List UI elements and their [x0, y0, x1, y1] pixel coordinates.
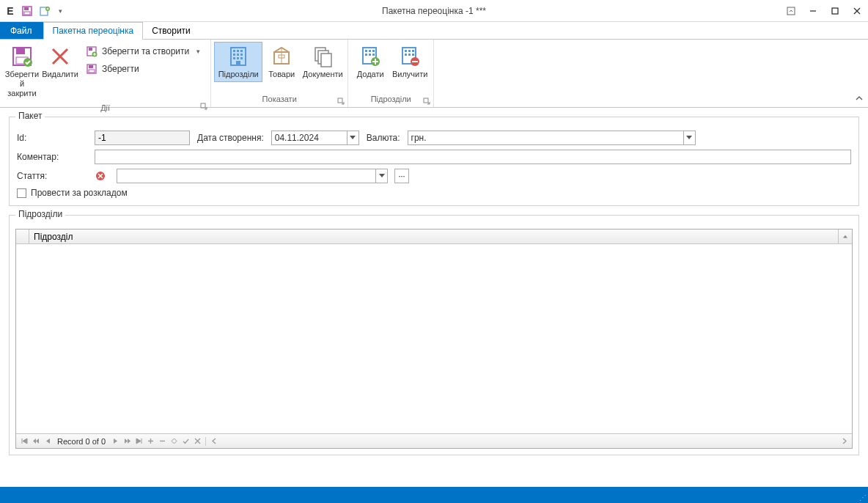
- date-value: 04.11.2024: [272, 133, 347, 143]
- qa-save-new-icon[interactable]: [38, 4, 51, 18]
- titlebar: E ▾ Пакетна переоцінка -1 ***: [0, 0, 868, 22]
- nav-add-button[interactable]: [145, 436, 155, 447]
- documents-button[interactable]: Документи: [301, 42, 345, 82]
- delete-button[interactable]: Видалити: [41, 42, 79, 82]
- grid-col-unit[interactable]: Підрозділ: [29, 230, 839, 243]
- nav-scroll-right-button[interactable]: [839, 436, 849, 447]
- svg-rect-46: [369, 54, 371, 56]
- currency-dropdown-arrow[interactable]: [683, 131, 695, 144]
- packet-fieldset: Пакет Id: Дата створення: 04.11.2024 Вал…: [9, 117, 859, 206]
- svg-rect-20: [89, 65, 93, 68]
- tab-file[interactable]: Файл: [0, 22, 43, 39]
- save-button[interactable]: Зберегти: [81, 61, 206, 77]
- comment-label: Коментар:: [17, 152, 87, 162]
- group-show-launcher[interactable]: [336, 98, 345, 106]
- date-dropdown-arrow[interactable]: [347, 131, 358, 144]
- grid-body[interactable]: [16, 244, 852, 433]
- goods-label: Товари: [268, 70, 295, 79]
- comment-field[interactable]: [95, 150, 851, 164]
- nav-remove-button[interactable]: [157, 436, 167, 447]
- add-unit-button[interactable]: Додати: [351, 42, 389, 82]
- minimize-button[interactable]: [802, 0, 824, 22]
- save-label: Зберегти: [102, 64, 139, 74]
- schedule-checkbox[interactable]: [17, 188, 26, 198]
- grid-header: Підрозділ: [16, 230, 852, 244]
- date-label: Дата створення:: [197, 133, 264, 143]
- currency-field[interactable]: грн.: [408, 131, 696, 145]
- svg-rect-53: [405, 54, 407, 56]
- svg-rect-39: [321, 54, 331, 67]
- status-bar: ⋰: [0, 487, 868, 503]
- building-remove-icon: [398, 45, 422, 68]
- record-indicator: Record 0 of 0: [57, 437, 106, 446]
- svg-rect-57: [424, 98, 428, 103]
- content-area: Пакет Id: Дата створення: 04.11.2024 Вал…: [0, 108, 868, 458]
- close-button[interactable]: [846, 0, 868, 22]
- nav-prev-page-button[interactable]: [31, 436, 41, 447]
- resize-grip-icon[interactable]: ⋰: [859, 493, 867, 502]
- svg-rect-22: [201, 103, 205, 108]
- group-units-launcher[interactable]: [422, 98, 431, 106]
- save-create-button[interactable]: Зберегти та створити ▼: [81, 43, 206, 59]
- svg-rect-51: [408, 50, 411, 52]
- group-show-label: Показати: [211, 95, 347, 107]
- ribbon: Зберегти й закрити Видалити Зберегти та …: [0, 40, 868, 108]
- article-field[interactable]: [117, 169, 388, 183]
- ribbon-options-button[interactable]: [780, 0, 802, 22]
- nav-edit-button[interactable]: [169, 436, 179, 447]
- schedule-label: Провести за розкладом: [31, 188, 128, 198]
- box-icon: [270, 45, 293, 68]
- id-field[interactable]: [95, 131, 190, 145]
- units-fieldset: Підрозділи Підрозділ Record 0 of 0: [9, 215, 859, 455]
- grid-scroll-header: [839, 230, 852, 243]
- svg-rect-7: [832, 8, 838, 14]
- nav-prev-button[interactable]: [43, 436, 53, 447]
- article-dropdown-arrow[interactable]: [375, 169, 387, 183]
- maximize-button[interactable]: [824, 0, 846, 22]
- svg-rect-26: [240, 50, 243, 52]
- qa-customize-dropdown[interactable]: ▾: [56, 7, 65, 15]
- dropdown-caret-icon: ▼: [195, 48, 201, 55]
- nav-scroll-left-button[interactable]: [209, 436, 219, 447]
- tab-create[interactable]: Створити: [143, 22, 200, 39]
- svg-rect-5: [787, 7, 795, 15]
- ribbon-collapse-button[interactable]: [855, 94, 864, 104]
- window-controls: [780, 0, 868, 22]
- nav-next-page-button[interactable]: [122, 436, 132, 447]
- svg-rect-55: [412, 54, 414, 56]
- add-unit-label: Додати: [357, 70, 384, 79]
- remove-unit-button[interactable]: Вилучити: [389, 42, 430, 82]
- clear-article-icon[interactable]: [95, 170, 106, 182]
- svg-rect-30: [233, 57, 235, 59]
- nav-last-button[interactable]: [133, 436, 144, 447]
- goods-button[interactable]: Товари: [262, 42, 301, 82]
- nav-first-button[interactable]: [19, 436, 29, 447]
- ribbon-tabs: Файл Пакетна переоцінка Створити: [0, 22, 868, 40]
- save-close-button[interactable]: Зберегти й закрити: [3, 42, 41, 101]
- date-created-field[interactable]: 04.11.2024: [271, 131, 359, 145]
- svg-rect-31: [237, 57, 239, 59]
- nav-commit-button[interactable]: [180, 436, 191, 447]
- svg-rect-28: [237, 54, 239, 56]
- qa-save-icon[interactable]: [21, 4, 34, 18]
- grid-row-selector-header[interactable]: [16, 230, 29, 243]
- units-button[interactable]: Підрозділи: [214, 42, 262, 82]
- ribbon-group-actions: Зберегти й закрити Видалити Зберегти та …: [0, 40, 211, 107]
- nav-cancel-button[interactable]: [192, 436, 202, 447]
- svg-rect-50: [405, 50, 407, 52]
- svg-rect-54: [408, 54, 411, 56]
- units-label: Підрозділи: [218, 70, 259, 79]
- delete-icon: [48, 45, 72, 68]
- nav-next-button[interactable]: [110, 436, 120, 447]
- svg-rect-17: [89, 48, 92, 51]
- svg-rect-29: [240, 54, 243, 56]
- group-actions-launcher[interactable]: [199, 103, 208, 111]
- article-browse-button[interactable]: ···: [394, 169, 409, 183]
- building-add-icon: [358, 45, 382, 68]
- tab-batch-revaluation[interactable]: Пакетна переоцінка: [43, 22, 144, 40]
- svg-rect-11: [16, 48, 25, 54]
- svg-rect-45: [365, 54, 367, 56]
- svg-rect-32: [240, 57, 243, 59]
- svg-rect-21: [89, 70, 95, 73]
- documents-label: Документи: [303, 70, 343, 79]
